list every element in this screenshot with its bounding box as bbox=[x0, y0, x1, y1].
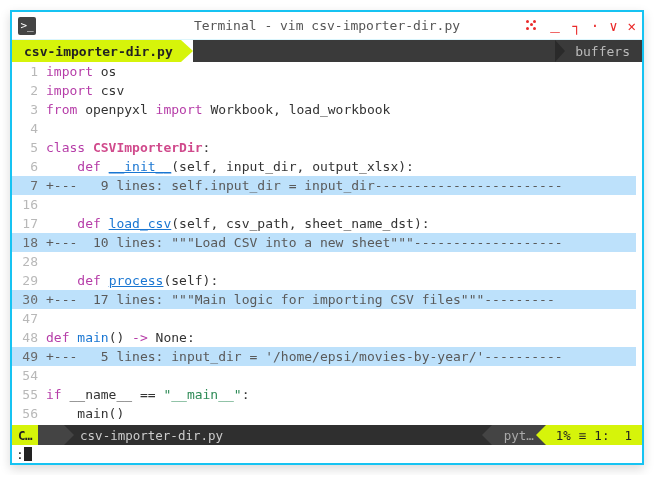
code-line[interactable]: def process(self): bbox=[46, 271, 636, 290]
code-row[interactable]: 2import csv bbox=[12, 81, 636, 100]
command-line[interactable]: : bbox=[12, 445, 642, 463]
line-number: 7 bbox=[12, 176, 46, 195]
code-row[interactable]: 4 bbox=[12, 119, 636, 138]
code-row[interactable]: 5class CSVImporterDir: bbox=[12, 138, 636, 157]
code-row[interactable]: 3from openpyxl import Workbook, load_wor… bbox=[12, 100, 636, 119]
code-row[interactable]: 30+--- 17 lines: """Main logic for impor… bbox=[12, 290, 636, 309]
line-number: 1 bbox=[12, 62, 46, 81]
bufferline-filename[interactable]: csv-importer-dir.py bbox=[12, 40, 181, 62]
restore-icon[interactable]: · bbox=[591, 19, 599, 33]
line-number: 3 bbox=[12, 100, 46, 119]
status-branch bbox=[38, 425, 64, 445]
code-row[interactable]: 54 bbox=[12, 366, 636, 385]
code-row[interactable]: 49+--- 5 lines: input_dir = '/home/epsi/… bbox=[12, 347, 636, 366]
line-number: 28 bbox=[12, 252, 46, 271]
line-number: 2 bbox=[12, 81, 46, 100]
cmdline-prefix: : bbox=[16, 445, 24, 464]
code-line[interactable] bbox=[46, 119, 636, 138]
code-row[interactable]: 6 def __init__(self, input_dir, output_x… bbox=[12, 157, 636, 176]
fold-line[interactable]: +--- 9 lines: self.input_dir = input_dir… bbox=[46, 176, 636, 195]
titlebar: >_ Terminal - vim csv-importer-dir.py ＿ … bbox=[12, 12, 642, 40]
fold-line[interactable]: +--- 5 lines: input_dir = '/home/epsi/mo… bbox=[46, 347, 636, 366]
code-line[interactable] bbox=[46, 195, 636, 214]
bufferline-label: buffers bbox=[555, 40, 642, 62]
code-line[interactable]: def load_csv(self, csv_path, sheet_name_… bbox=[46, 214, 636, 233]
line-number: 6 bbox=[12, 157, 46, 176]
line-number: 56 bbox=[12, 404, 46, 423]
code-line[interactable]: def main() -> None: bbox=[46, 328, 636, 347]
statusline: C… csv-importer-dir.py pyt… 1% ≡ 1: 1 bbox=[12, 425, 642, 445]
code-row[interactable]: 16 bbox=[12, 195, 636, 214]
code-line[interactable] bbox=[46, 252, 636, 271]
terminal-icon: >_ bbox=[18, 17, 36, 35]
code-line[interactable]: from openpyxl import Workbook, load_work… bbox=[46, 100, 636, 119]
code-row[interactable]: 56 main() bbox=[12, 404, 636, 423]
code-line[interactable] bbox=[46, 309, 636, 328]
code-line[interactable]: main() bbox=[46, 404, 636, 423]
line-number: 5 bbox=[12, 138, 46, 157]
line-number: 54 bbox=[12, 366, 46, 385]
line-number: 4 bbox=[12, 119, 46, 138]
status-mode: C… bbox=[12, 425, 38, 445]
close-icon[interactable]: ✕ bbox=[628, 19, 636, 33]
code-line[interactable]: if __name__ == "__main__": bbox=[46, 385, 636, 404]
code-line[interactable]: import csv bbox=[46, 81, 636, 100]
code-row[interactable]: 17 def load_csv(self, csv_path, sheet_na… bbox=[12, 214, 636, 233]
editor-area[interactable]: csv-importer-dir.py buffers 1import os2i… bbox=[12, 40, 642, 463]
fold-line[interactable]: +--- 10 lines: """Load CSV into a new sh… bbox=[46, 233, 636, 252]
linenr-icon: ≡ bbox=[579, 426, 587, 445]
code-row[interactable]: 55if __name__ == "__main__": bbox=[12, 385, 636, 404]
keep-above-icon[interactable] bbox=[524, 18, 538, 34]
line-number: 48 bbox=[12, 328, 46, 347]
status-position: 1% ≡ 1: 1 bbox=[546, 425, 642, 445]
line-number: 29 bbox=[12, 271, 46, 290]
window-controls: ＿ ┐ · ∨ ✕ bbox=[524, 18, 636, 34]
code-area[interactable]: 1import os2import csv3from openpyxl impo… bbox=[12, 62, 642, 425]
code-row[interactable]: 1import os bbox=[12, 62, 636, 81]
bufferline-spacer bbox=[193, 40, 555, 62]
line-number: 17 bbox=[12, 214, 46, 233]
code-line[interactable]: class CSVImporterDir: bbox=[46, 138, 636, 157]
code-row[interactable]: 18+--- 10 lines: """Load CSV into a new … bbox=[12, 233, 636, 252]
line-number: 47 bbox=[12, 309, 46, 328]
line-number: 49 bbox=[12, 347, 46, 366]
code-row[interactable]: 7+--- 9 lines: self.input_dir = input_di… bbox=[12, 176, 636, 195]
status-filename: csv-importer-dir.py bbox=[64, 425, 492, 445]
terminal-window: >_ Terminal - vim csv-importer-dir.py ＿ … bbox=[10, 10, 644, 465]
status-percent: 1% bbox=[556, 426, 571, 445]
code-line[interactable]: def __init__(self, input_dir, output_xls… bbox=[46, 157, 636, 176]
code-row[interactable]: 29 def process(self): bbox=[12, 271, 636, 290]
code-row[interactable]: 48def main() -> None: bbox=[12, 328, 636, 347]
line-number: 55 bbox=[12, 385, 46, 404]
fold-line[interactable]: +--- 17 lines: """Main logic for importi… bbox=[46, 290, 636, 309]
code-row[interactable]: 47 bbox=[12, 309, 636, 328]
minimize-icon[interactable]: ＿ bbox=[548, 19, 562, 33]
code-line[interactable] bbox=[46, 366, 636, 385]
maximize-icon[interactable]: ┐ bbox=[572, 19, 580, 33]
line-number: 30 bbox=[12, 290, 46, 309]
bufferline: csv-importer-dir.py buffers bbox=[12, 40, 642, 62]
line-number: 18 bbox=[12, 233, 46, 252]
shade-icon[interactable]: ∨ bbox=[609, 19, 617, 33]
code-line[interactable]: import os bbox=[46, 62, 636, 81]
line-number: 16 bbox=[12, 195, 46, 214]
code-row[interactable]: 28 bbox=[12, 252, 636, 271]
cursor bbox=[24, 447, 32, 461]
status-line-col: 1: 1 bbox=[594, 426, 632, 445]
